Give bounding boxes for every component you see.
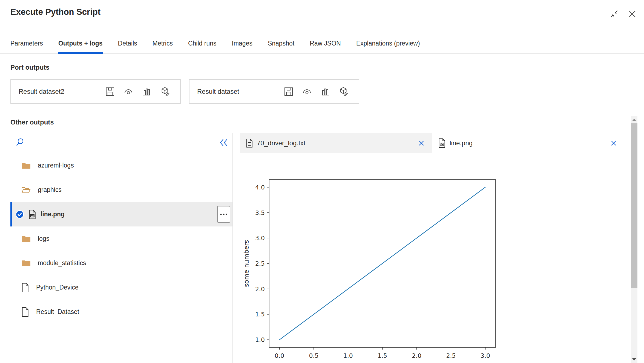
svg-text:2.5: 2.5 — [446, 352, 456, 359]
svg-text:3.0: 3.0 — [255, 235, 265, 242]
tree-item-graphics[interactable]: graphics — [10, 178, 232, 202]
tab-details[interactable]: Details — [118, 33, 137, 53]
svg-text:3.0: 3.0 — [481, 352, 490, 359]
tab-raw-json[interactable]: Raw JSON — [310, 33, 341, 53]
port-output-card: Result dataset — [189, 79, 359, 104]
tab-child-runs[interactable]: Child runs — [188, 33, 217, 53]
bar-chart-icon[interactable] — [321, 87, 330, 96]
bar-chart-icon[interactable] — [142, 87, 151, 96]
image-file-icon — [28, 210, 36, 219]
save-icon[interactable] — [105, 87, 115, 96]
folder-icon — [21, 235, 31, 243]
tab-images[interactable]: Images — [232, 33, 252, 53]
svg-text:0.0: 0.0 — [275, 352, 284, 359]
tree-search-input[interactable] — [10, 133, 232, 153]
collapse-tree-button[interactable] — [219, 139, 228, 146]
folder-icon — [21, 259, 31, 267]
port-outputs-heading: Port outputs — [10, 64, 50, 71]
tree-item-azureml-logs[interactable]: azureml-logs — [10, 153, 232, 178]
close-tab-icon[interactable] — [418, 140, 425, 147]
panel-left-edge — [1, 8, 1, 363]
folder-icon — [21, 162, 31, 169]
vertical-scrollbar[interactable] — [631, 116, 637, 363]
tab-outputs-logs[interactable]: Outputs + logs — [58, 33, 103, 53]
other-outputs-heading: Other outputs — [10, 118, 54, 126]
svg-text:3.5: 3.5 — [255, 209, 265, 216]
tree-item-line-png[interactable]: line.png — [10, 202, 232, 226]
file-icon — [21, 283, 29, 292]
outputs-file-tree: azureml-logs graphics line.png — [10, 133, 232, 324]
minimize-panel-button[interactable] — [610, 9, 619, 19]
svg-text:1.5: 1.5 — [255, 311, 265, 318]
scroll-up-button[interactable] — [631, 116, 637, 123]
tab-parameters[interactable]: Parameters — [10, 33, 43, 53]
save-icon[interactable] — [284, 87, 293, 96]
visualize-icon[interactable] — [124, 87, 133, 96]
arrow-minimize-icon — [610, 10, 618, 18]
preview-tab-driver-log[interactable]: 70_driver_log.txt — [240, 133, 432, 153]
svg-text:1.0: 1.0 — [255, 336, 265, 343]
scroll-down-button[interactable] — [631, 356, 637, 363]
preview-tab-label: 70_driver_log.txt — [257, 139, 305, 147]
scrollbar-thumb[interactable] — [631, 123, 637, 288]
svg-text:1.0: 1.0 — [343, 352, 353, 359]
svg-text:0.5: 0.5 — [309, 352, 318, 359]
page-title: Execute Python Script — [10, 7, 100, 17]
tab-explanations[interactable]: Explanations (preview) — [356, 33, 420, 53]
image-file-icon — [438, 138, 446, 148]
ellipsis-icon — [220, 213, 228, 215]
folder-open-icon — [21, 186, 31, 194]
tab-snapshot[interactable]: Snapshot — [268, 33, 294, 53]
line-chart-image: 0.00.51.01.52.02.53.01.01.52.02.53.03.54… — [241, 175, 504, 363]
close-icon — [628, 10, 636, 18]
scroll-down-icon — [632, 358, 636, 361]
double-chevron-left-icon — [219, 139, 228, 146]
matplotlib-line-plot: 0.00.51.01.52.02.53.01.01.52.02.53.03.54… — [241, 175, 504, 363]
register-dataset-icon[interactable] — [339, 87, 348, 96]
svg-text:2.0: 2.0 — [412, 352, 421, 359]
tree-item-logs[interactable]: logs — [10, 226, 232, 251]
register-dataset-icon[interactable] — [160, 87, 170, 96]
svg-text:2.5: 2.5 — [255, 260, 265, 267]
svg-text:1.5: 1.5 — [378, 352, 387, 359]
preview-tab-line-png[interactable]: line.png — [432, 133, 631, 153]
visualize-icon[interactable] — [302, 87, 312, 96]
preview-tabbar: 70_driver_log.txt line.png — [233, 133, 631, 153]
close-panel-button[interactable] — [628, 9, 637, 19]
tree-item-result-dataset[interactable]: Result_Dataset — [10, 300, 232, 324]
check-circle-icon — [15, 210, 24, 219]
tab-metrics[interactable]: Metrics — [153, 33, 173, 53]
tree-item-python-device[interactable]: Python_Device — [10, 275, 232, 300]
tree-content-divider — [232, 133, 233, 363]
close-tab-icon[interactable] — [610, 140, 617, 147]
tree-item-module-statistics[interactable]: module_statistics — [10, 251, 232, 275]
scroll-up-icon — [632, 119, 636, 121]
port-output-name: Result dataset — [197, 88, 239, 95]
detail-tabbar: Parameters Outputs + logs Details Metric… — [0, 33, 644, 54]
svg-text:4.0: 4.0 — [255, 184, 265, 191]
port-output-card: Result dataset2 — [10, 79, 181, 104]
port-output-name: Result dataset2 — [19, 88, 64, 95]
text-file-icon — [246, 139, 253, 148]
file-icon — [21, 307, 29, 317]
more-actions-button[interactable] — [217, 206, 230, 223]
svg-text:some numbers: some numbers — [243, 240, 250, 287]
preview-tab-label: line.png — [450, 139, 473, 147]
svg-text:2.0: 2.0 — [255, 286, 265, 293]
search-icon — [16, 138, 25, 148]
